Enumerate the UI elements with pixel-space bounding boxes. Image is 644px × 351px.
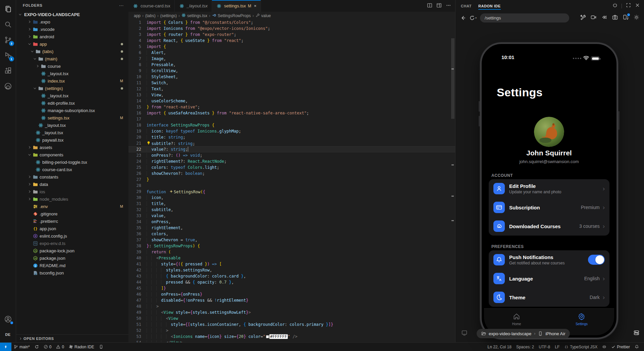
breadcrumb-item-app[interactable]: app bbox=[134, 13, 141, 18]
activity-item-keyboard-layout[interactable]: DE bbox=[0, 327, 16, 342]
tree-item-tsconfig-json[interactable]: TStsconfig.json bbox=[16, 269, 128, 277]
tree-item--vscode[interactable]: .vscode bbox=[16, 26, 128, 33]
panel-tab-radon-ide[interactable]: RADON IDE bbox=[478, 0, 501, 12]
breadcrumb-item-settings-tsx[interactable]: settings.tsx bbox=[181, 13, 207, 18]
tree-item-paywall-tsx[interactable]: paywall.tsx bbox=[16, 136, 128, 144]
tree-item-index-tsx[interactable]: index.tsxM bbox=[16, 77, 128, 85]
phone-screen[interactable]: 10:01 Settings bbox=[484, 46, 614, 335]
open-editors-section[interactable]: OPEN EDITORS bbox=[16, 334, 128, 342]
activity-item-extensions[interactable] bbox=[0, 63, 16, 79]
breadcrumb-item-value[interactable]: value bbox=[256, 13, 271, 18]
tree-item-course[interactable]: course bbox=[16, 62, 128, 70]
scrollbar-thumb[interactable] bbox=[451, 38, 454, 119]
tree-item-app-json[interactable]: {}app.json bbox=[16, 225, 128, 232]
tree-item--main-[interactable]: (main) bbox=[16, 55, 128, 62]
camera-icon[interactable] bbox=[612, 14, 618, 21]
status-encoding[interactable]: UTF-8 bbox=[536, 343, 552, 351]
tree-item-billing-period-toggle-tsx[interactable]: billing-period-toggle.tsx bbox=[16, 158, 128, 166]
breadcrumb-item--settings-[interactable]: (settings) bbox=[160, 13, 177, 18]
breadcrumb-item--tabs-[interactable]: (tabs) bbox=[145, 13, 156, 18]
status-problems-warnings[interactable]: 0 bbox=[54, 343, 66, 351]
tree-item-components[interactable]: components bbox=[16, 151, 128, 158]
tree-item-package-json[interactable]: JSpackage.json bbox=[16, 254, 128, 262]
settings-row-subscription[interactable]: SubscriptionPremium› bbox=[489, 198, 609, 217]
reload-dropdown-icon[interactable]: ▾ bbox=[475, 16, 477, 19]
status-eol[interactable]: LF bbox=[552, 343, 562, 351]
tree-item-readme-md[interactable]: iREADME.md bbox=[16, 262, 128, 269]
expand-icon[interactable] bbox=[626, 3, 631, 9]
tree-item-expo-env-d-ts[interactable]: TSexpo-env.d.ts bbox=[16, 240, 128, 247]
folders-more-icon[interactable]: ⋯ bbox=[119, 3, 124, 8]
settings-row-language[interactable]: ALanguageEnglish› bbox=[489, 269, 609, 288]
iphone-simulator[interactable]: 10:01 Settings bbox=[480, 42, 618, 339]
device-selector-bar[interactable]: expo-video-landscape › iPhone Air bbox=[477, 329, 570, 338]
tree-item--layout-tsx[interactable]: _layout.tsx bbox=[16, 92, 128, 99]
activity-item-run-debug[interactable]: 1 bbox=[0, 48, 16, 63]
panel-tab-chat[interactable]: CHAT bbox=[461, 0, 472, 12]
layout-icon[interactable] bbox=[436, 3, 442, 9]
tree-item--gitignore[interactable]: .gitignore bbox=[16, 210, 128, 217]
close-icon[interactable] bbox=[635, 3, 640, 9]
tools-icon[interactable] bbox=[580, 14, 586, 21]
status-language-mode[interactable]: {}TypeScript JSX bbox=[562, 343, 600, 351]
tree-item-ios[interactable]: ios bbox=[16, 188, 128, 195]
status-indentation[interactable]: Spaces: 2 bbox=[514, 343, 536, 351]
tab--layout-tsx[interactable]: _layout.tsx bbox=[175, 0, 212, 12]
project-name[interactable]: expo-video-landscape bbox=[489, 331, 531, 336]
tree-item--layout-tsx[interactable]: _layout.tsx bbox=[16, 121, 128, 129]
devices-icon[interactable] bbox=[623, 14, 629, 21]
tree-item-constants[interactable]: constants bbox=[16, 173, 128, 181]
tree-item--prettierrc[interactable]: .prettierrc bbox=[16, 217, 128, 225]
status-radon-device[interactable] bbox=[97, 343, 106, 351]
activity-item-github[interactable] bbox=[0, 79, 16, 94]
overview-ruler[interactable] bbox=[450, 19, 455, 342]
tree-item--tabs-[interactable]: (tabs) bbox=[16, 48, 128, 55]
device-settings-icon[interactable] bbox=[634, 330, 639, 337]
status-git-branch[interactable]: main* bbox=[11, 343, 32, 351]
status-copilot[interactable] bbox=[600, 343, 609, 351]
tab-course-card-tsx[interactable]: course-card.tsx bbox=[128, 0, 175, 12]
status-radon-ide-status[interactable]: Radon IDE bbox=[66, 343, 97, 351]
settings-row-push-notifications[interactable]: Push NotificationsGet notified about new… bbox=[489, 250, 609, 269]
tree-item--expo[interactable]: .expo bbox=[16, 18, 128, 26]
route-url-field[interactable]: /settings bbox=[480, 13, 569, 22]
code-editor[interactable]: 1import { Colors } from "@/constants/Col… bbox=[128, 19, 455, 342]
status-remote-indicator[interactable] bbox=[0, 343, 11, 351]
lightbulb-icon[interactable] bbox=[147, 140, 151, 145]
tree-item--layout-tsx[interactable]: _layout.tsx bbox=[16, 70, 128, 77]
breadcrumb-item-settingsrowprops[interactable]: SettingsRowProps bbox=[212, 13, 251, 18]
tree-item--settings-[interactable]: (settings) bbox=[16, 85, 128, 92]
tree-item-package-lock-json[interactable]: JSpackage-lock.json bbox=[16, 247, 128, 254]
avatar[interactable] bbox=[534, 117, 564, 147]
tree-item-expo-video-landscape[interactable]: EXPO-VIDEO-LANDSCAPE bbox=[16, 11, 128, 18]
tree-item-node-modules[interactable]: node_modules bbox=[16, 195, 128, 203]
tab-settings-tsx[interactable]: settings.tsxM× bbox=[212, 0, 261, 12]
more-actions-icon[interactable] bbox=[446, 3, 451, 9]
tree-item-app[interactable]: app bbox=[16, 40, 128, 48]
activity-item-search[interactable] bbox=[0, 17, 16, 32]
reload-button[interactable]: ▾ bbox=[469, 15, 477, 21]
settings-row-theme[interactable]: ThemeDark› bbox=[489, 288, 609, 307]
close-tab-icon[interactable]: × bbox=[254, 3, 257, 8]
video-icon[interactable] bbox=[591, 14, 596, 21]
tree-item-settings-tsx[interactable]: settings.tsxM bbox=[16, 114, 128, 121]
tree-item--env[interactable]: .envM bbox=[16, 203, 128, 210]
settings-row-downloaded-courses[interactable]: Downloaded Courses3 courses› bbox=[489, 217, 609, 236]
split-editor-icon[interactable] bbox=[427, 3, 432, 9]
activity-item-accounts[interactable] bbox=[0, 311, 16, 327]
tree-item-manage-subscription-tsx[interactable]: manage-subscription.tsx bbox=[16, 107, 128, 114]
tree-item-android[interactable]: android bbox=[16, 33, 128, 40]
device-name[interactable]: iPhone Air bbox=[545, 331, 565, 336]
settings-row-edit-profile[interactable]: Edit ProfileUpdate your name and photo› bbox=[489, 179, 609, 198]
status-formatter[interactable]: Prettier bbox=[609, 343, 632, 351]
rewind-icon[interactable] bbox=[601, 14, 607, 21]
power-icon[interactable] bbox=[612, 3, 618, 9]
status-problems-errors[interactable]: 0 bbox=[41, 343, 54, 351]
tree-item-edit-profile-tsx[interactable]: edit-profile.tsx bbox=[16, 99, 128, 107]
tree-item--layout-tsx[interactable]: _layout.tsx bbox=[16, 129, 128, 136]
tree-item-assets[interactable]: assets bbox=[16, 144, 128, 151]
push-notifications-toggle[interactable] bbox=[588, 255, 605, 265]
tree-item-eslint-config-js[interactable]: eslint.config.js bbox=[16, 232, 128, 240]
status-notifications[interactable] bbox=[632, 343, 641, 351]
activity-item-source-control[interactable]: 3 bbox=[0, 32, 16, 48]
